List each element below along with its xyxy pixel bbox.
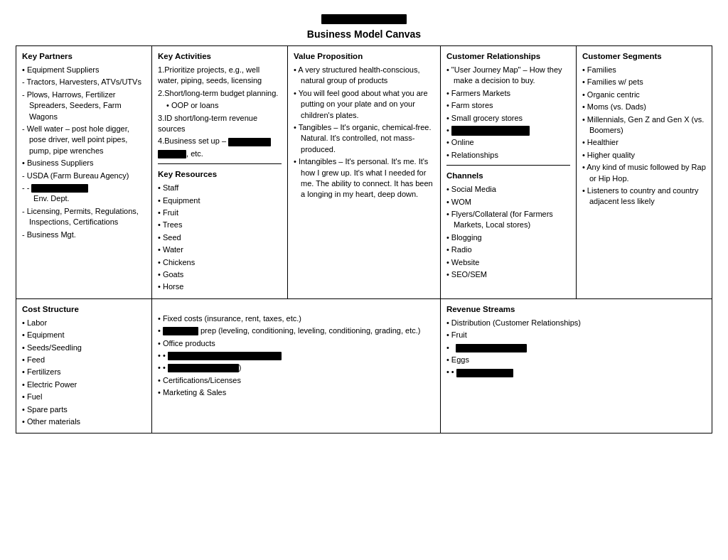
value-proposition-title: Value Proposition	[294, 50, 434, 62]
key-activities-cell: Key Activities 1.Prioritize projects, e.…	[152, 46, 288, 299]
customer-segments-title: Customer Segments	[582, 50, 706, 62]
list-item: Certifications/Licenses	[158, 375, 434, 386]
list-item: Electric Power	[22, 379, 146, 390]
list-item: Farm stores	[446, 100, 570, 111]
redacted	[168, 352, 282, 360]
header-redacted	[321, 14, 407, 24]
list-item: - Env. Dept.	[22, 183, 146, 205]
list-item: Labor	[22, 318, 146, 328]
list-item: 3.ID short/long-term revenue sources	[158, 113, 282, 135]
list-item: Fruit	[158, 208, 282, 218]
list-item: USDA (Farm Bureau Agency)	[22, 171, 146, 181]
list-item: Families	[582, 65, 706, 75]
list-item: • )	[158, 362, 434, 373]
list-item: Fuel	[22, 392, 146, 402]
list-item: Equipment Suppliers	[22, 65, 146, 75]
channels-section: Channels Social Media WOM Flyers/Collate…	[446, 165, 570, 280]
list-item: Distribution (Customer Relationships)	[446, 318, 706, 328]
list-item: Tractors, Harvesters, ATVs/UTVs	[22, 77, 146, 87]
redacted	[168, 364, 239, 372]
list-item: Fixed costs (insurance, rent, taxes, etc…	[158, 313, 434, 324]
list-item: Seeds/Seedling	[22, 343, 146, 353]
list-item: Business Suppliers	[22, 158, 146, 168]
list-item: Seed	[158, 232, 282, 243]
list-item: Any kind of music followed by Rap or Hip…	[582, 162, 706, 184]
list-item: Equipment	[158, 195, 282, 206]
list-item: Office products	[158, 338, 434, 349]
redacted	[456, 344, 527, 352]
customer-segments-list: Families Families w/ pets Organic centri…	[582, 65, 706, 208]
list-item: 4.Business set up –	[158, 136, 282, 146]
list-item: Other materials	[22, 416, 146, 427]
list-item: You will feel good about what you are pu…	[294, 88, 434, 121]
list-item: Blogging	[446, 232, 570, 243]
revenue-streams-cell: Revenue Streams Distribution (Customer R…	[440, 298, 712, 434]
list-item: "User Journey Map" – How they make a dec…	[446, 65, 570, 87]
bottom-row: Cost Structure Labor Equipment Seeds/See…	[16, 298, 712, 434]
list-item	[446, 125, 570, 136]
customer-segments-cell: Customer Segments Families Families w/ p…	[576, 46, 712, 299]
redacted	[456, 369, 513, 377]
list-item: Fertilizers	[22, 367, 146, 377]
value-proposition-cell: Value Proposition A very structured heal…	[288, 46, 441, 299]
redacted	[451, 126, 530, 136]
list-item: Farmers Markets	[446, 88, 570, 99]
cost-structure-mid-cell: Fixed costs (insurance, rent, taxes, etc…	[152, 298, 441, 434]
value-proposition-list: A very structured health-conscious, natu…	[294, 65, 434, 200]
list-item: Eggs	[446, 355, 706, 365]
redacted	[31, 184, 88, 193]
list-item: Intangibles – It's personal. It's me. It…	[294, 156, 434, 200]
list-item: 2.Short/long-term budget planning.	[158, 88, 282, 99]
cost-structure-title: Cost Structure	[22, 303, 146, 315]
customer-relationships-list: "User Journey Map" – How they make a dec…	[446, 65, 570, 161]
list-item: SEO/SEM	[446, 269, 570, 280]
customer-relationships-title: Customer Relationships	[446, 50, 570, 62]
list-item: Healthier	[582, 137, 706, 148]
list-item: Social Media	[446, 184, 570, 195]
list-item: Horse	[158, 281, 282, 292]
list-item: Well water – post hole digger, pose driv…	[22, 124, 146, 156]
redacted	[228, 138, 271, 146]
customer-relationships-cell: Customer Relationships "User Journey Map…	[440, 46, 576, 299]
revenue-streams-list: Distribution (Customer Relationships) Fr…	[446, 318, 706, 378]
list-item: Listeners to country and country adjacen…	[582, 185, 706, 208]
key-activities-list: 1.Prioritize projects, e.g., well water,…	[158, 65, 282, 159]
list-item: Millennials, Gen Z and Gen X (vs. Boomer…	[582, 114, 706, 136]
list-item: Chickens	[158, 257, 282, 268]
list-item: OOP or loans	[158, 100, 282, 111]
page-title: Business Model Canvas	[16, 28, 712, 40]
key-resources-list: Staff Equipment Fruit Trees Seed Water C…	[158, 183, 282, 293]
key-partners-cell: Key Partners Equipment Suppliers Tractor…	[16, 46, 152, 299]
list-item: Licensing, Permits, Regulations, Inspect…	[22, 206, 146, 228]
list-item: WOM	[446, 197, 570, 208]
list-item: Water	[158, 244, 282, 255]
list-item: Business Mgt.	[22, 230, 146, 240]
list-item: Online	[446, 137, 570, 148]
list-item: Tangibles – It's organic, chemical-free.…	[294, 122, 434, 155]
list-item: Flyers/Collateral (for Farmers Markets, …	[446, 209, 570, 231]
list-item: Moms (vs. Dads)	[582, 102, 706, 112]
key-partners-list: Equipment Suppliers Tractors, Harvesters…	[22, 65, 146, 240]
list-item: Radio	[446, 244, 570, 255]
list-item: prep (leveling, conditioning, leveling, …	[158, 325, 434, 336]
list-item: Families w/ pets	[582, 77, 706, 87]
list-item: 1.Prioritize projects, e.g., well water,…	[158, 65, 282, 87]
redacted	[163, 327, 198, 335]
redacted	[158, 150, 186, 158]
list-item: Higher quality	[582, 150, 706, 161]
list-item: Spare parts	[22, 404, 146, 415]
key-resources-title: Key Resources	[158, 168, 282, 180]
list-item: Organic centric	[582, 90, 706, 100]
business-model-canvas: Key Partners Equipment Suppliers Tractor…	[16, 45, 712, 434]
list-item: Relationships	[446, 150, 570, 161]
list-item: , etc.	[158, 149, 282, 159]
list-item: Goats	[158, 269, 282, 280]
list-item: Fruit	[446, 330, 706, 340]
list-item: Trees	[158, 220, 282, 230]
key-activities-title: Key Activities	[158, 50, 282, 62]
list-item: Marketing & Sales	[158, 387, 434, 398]
list-item: Plows, Harrows, Fertilizer Spreaders, Se…	[22, 90, 146, 122]
list-item: •	[446, 367, 706, 377]
revenue-streams-title: Revenue Streams	[446, 303, 706, 315]
list-item: •	[158, 350, 434, 361]
